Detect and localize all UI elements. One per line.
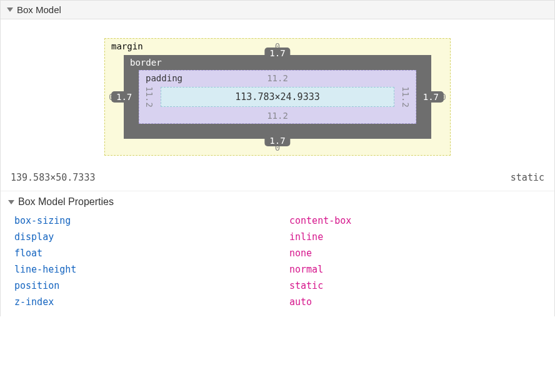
padding-left-value[interactable]: 11.2 xyxy=(144,86,154,108)
margin-region[interactable]: margin 0 0 0 0 border 1.7 1.7 1.7 1.7 pa… xyxy=(104,38,451,156)
property-row[interactable]: displayinline xyxy=(14,229,547,245)
property-name: float xyxy=(14,248,289,259)
property-value: normal xyxy=(289,264,323,275)
property-name: position xyxy=(14,280,289,291)
content-region[interactable]: 113.783×24.9333 xyxy=(161,87,394,107)
box-model-section-header[interactable]: Box Model xyxy=(1,0,554,19)
position-type: static xyxy=(511,172,544,183)
content-dimensions: 113.783×24.9333 xyxy=(235,91,319,103)
section-title: Box Model Properties xyxy=(18,196,114,208)
box-model-panel: Box Model margin 0 0 0 0 border 1.7 1.7 … xyxy=(0,0,555,316)
padding-bottom-value[interactable]: 11.2 xyxy=(267,111,288,121)
properties-list: box-sizingcontent-boxdisplayinlinefloatn… xyxy=(1,211,554,316)
property-name: display xyxy=(14,231,289,243)
total-dimensions: 139.583×50.7333 xyxy=(11,172,95,183)
border-right-value[interactable]: 1.7 xyxy=(418,91,444,103)
property-name: z-index xyxy=(14,296,289,308)
border-region[interactable]: border 1.7 1.7 1.7 1.7 padding 11.2 11.2… xyxy=(124,55,431,139)
property-row[interactable]: positionstatic xyxy=(14,278,547,294)
property-value: static xyxy=(289,280,323,291)
box-model-properties-header[interactable]: Box Model Properties xyxy=(1,191,554,211)
border-left-value[interactable]: 1.7 xyxy=(111,91,137,103)
property-value: auto xyxy=(289,296,312,308)
border-label: border xyxy=(130,58,162,68)
padding-region[interactable]: padding 11.2 11.2 11.2 11.2 113.783×24.9… xyxy=(139,70,416,124)
property-value: inline xyxy=(289,231,323,243)
property-value: none xyxy=(289,248,312,259)
border-bottom-value[interactable]: 1.7 xyxy=(264,135,290,146)
property-row[interactable]: z-indexauto xyxy=(14,294,547,310)
chevron-down-icon xyxy=(7,8,13,12)
padding-right-value[interactable]: 11.2 xyxy=(401,86,411,108)
section-title: Box Model xyxy=(17,4,61,15)
property-row[interactable]: box-sizingcontent-box xyxy=(14,213,547,229)
padding-top-value[interactable]: 11.2 xyxy=(267,73,288,83)
box-model-diagram: margin 0 0 0 0 border 1.7 1.7 1.7 1.7 pa… xyxy=(1,19,554,167)
chevron-down-icon xyxy=(8,200,14,204)
property-name: line-height xyxy=(14,264,289,275)
property-row[interactable]: floatnone xyxy=(14,245,547,261)
property-value: content-box xyxy=(289,215,351,226)
dimensions-row: 139.583×50.7333 static xyxy=(1,167,554,191)
property-name: box-sizing xyxy=(14,215,289,226)
padding-label: padding xyxy=(146,73,182,83)
margin-label: margin xyxy=(111,41,143,51)
border-top-value[interactable]: 1.7 xyxy=(264,48,290,59)
property-row[interactable]: line-heightnormal xyxy=(14,261,547,278)
